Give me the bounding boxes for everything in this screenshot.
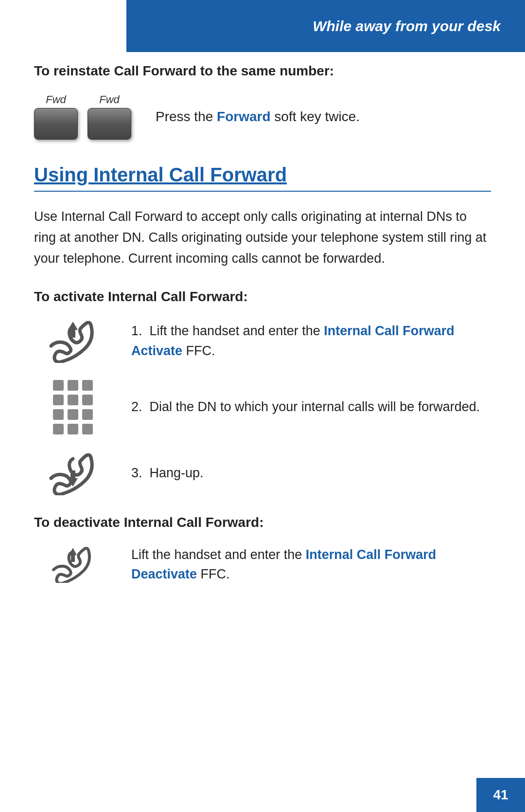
fwd-button-2: Fwd [88, 93, 131, 140]
key-hash [82, 424, 93, 434]
step-row-3: 3. Hang-up. [34, 451, 491, 495]
fwd-label-2: Fwd [99, 93, 120, 106]
activate-heading: To activate Internal Call Forward: [34, 289, 491, 305]
reinstate-section: To reinstate Call Forward to the same nu… [34, 63, 491, 140]
key-5 [68, 395, 78, 405]
step2-num: 2. [131, 399, 150, 414]
deactivate-icon [34, 546, 112, 583]
fwd-key-1 [34, 108, 78, 140]
reinstate-instruction: Press the Forward soft key twice. [156, 109, 360, 125]
fwd-button-1: Fwd [34, 93, 78, 140]
deactivate-section: To deactivate Internal Call Forward: Lif… [34, 515, 491, 584]
step-row-2: 2. Dial the DN to which your internal ca… [34, 380, 491, 434]
section-title: Using Internal Call Forward [34, 164, 491, 192]
deactivate-text: Lift the handset and enter the Internal … [131, 545, 491, 584]
step2-prefix: Dial the DN to which your internal calls… [150, 399, 480, 414]
fwd-buttons: Fwd Fwd [34, 93, 131, 140]
step-text-2: 2. Dial the DN to which your internal ca… [131, 397, 480, 417]
section-description: Use Internal Call Forward to accept only… [34, 206, 491, 270]
step-row-1: 1. Lift the handset and enter the Intern… [34, 319, 491, 363]
step-icon-2 [34, 380, 112, 434]
step-text-1: 1. Lift the handset and enter the Intern… [131, 321, 491, 361]
header-title: While away from your desk [313, 18, 501, 35]
keypad-icon [53, 380, 93, 434]
deactivate-heading: To deactivate Internal Call Forward: [34, 515, 491, 530]
key-2 [68, 380, 78, 391]
step3-prefix: Hang-up. [150, 466, 204, 480]
key-3 [82, 380, 93, 391]
deactivate-suffix: FFC. [197, 567, 230, 581]
step-icon-3 [34, 451, 112, 495]
forward-link: Forward [217, 109, 270, 124]
key-8 [68, 409, 78, 420]
step1-prefix: Lift the handset and enter the [150, 324, 324, 338]
key-7 [53, 409, 64, 420]
reinstate-heading: To reinstate Call Forward to the same nu… [34, 63, 491, 79]
reinstate-suffix: soft key twice. [271, 109, 360, 124]
key-0 [68, 424, 78, 434]
step-text-3: 3. Hang-up. [131, 463, 204, 483]
handset-up-icon [41, 319, 105, 363]
key-9 [82, 409, 93, 420]
key-6 [82, 395, 93, 405]
step1-num: 1. [131, 324, 150, 338]
handset-up-small-icon [46, 546, 100, 583]
deactivate-row: Lift the handset and enter the Internal … [34, 545, 491, 584]
handset-down-icon [41, 451, 105, 495]
header-bar: While away from your desk [126, 0, 525, 52]
main-content: To reinstate Call Forward to the same nu… [34, 63, 491, 601]
fwd-label-1: Fwd [46, 93, 66, 106]
step1-suffix: FFC. [182, 343, 215, 358]
step3-num: 3. [131, 466, 150, 480]
steps-container: 1. Lift the handset and enter the Intern… [34, 319, 491, 495]
fwd-key-2 [88, 108, 131, 140]
key-star [53, 424, 64, 434]
step-icon-1 [34, 319, 112, 363]
page-number: 41 [476, 778, 525, 812]
reinstate-row: Fwd Fwd Press the Forward soft key twice… [34, 93, 491, 140]
key-4 [53, 395, 64, 405]
key-1 [53, 380, 64, 391]
deactivate-prefix: Lift the handset and enter the [131, 547, 306, 562]
reinstate-prefix: Press the [156, 109, 217, 124]
